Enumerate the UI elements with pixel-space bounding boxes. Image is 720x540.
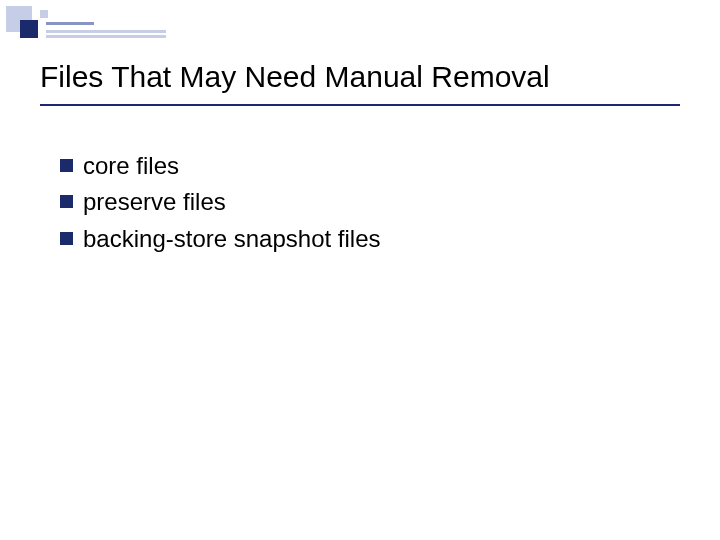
list-item-text: backing-store snapshot files	[83, 223, 660, 255]
slide-title: Files That May Need Manual Removal	[40, 60, 680, 95]
slide: Files That May Need Manual Removal core …	[0, 0, 720, 540]
title-underline	[40, 104, 680, 106]
deco-bar-long-1	[46, 30, 166, 33]
deco-bar-long-2	[46, 35, 166, 38]
list-item: core files	[60, 150, 660, 182]
list-item-text: core files	[83, 150, 660, 182]
list-item: backing-store snapshot files	[60, 223, 660, 255]
square-bullet-icon	[60, 195, 73, 208]
slide-body: core files preserve files backing-store …	[60, 150, 660, 259]
square-bullet-icon	[60, 232, 73, 245]
decorative-squares	[6, 6, 186, 46]
deco-square-dark	[20, 20, 38, 38]
deco-bar-short	[46, 22, 94, 25]
list-item: preserve files	[60, 186, 660, 218]
list-item-text: preserve files	[83, 186, 660, 218]
square-bullet-icon	[60, 159, 73, 172]
deco-square-tiny	[40, 10, 48, 18]
